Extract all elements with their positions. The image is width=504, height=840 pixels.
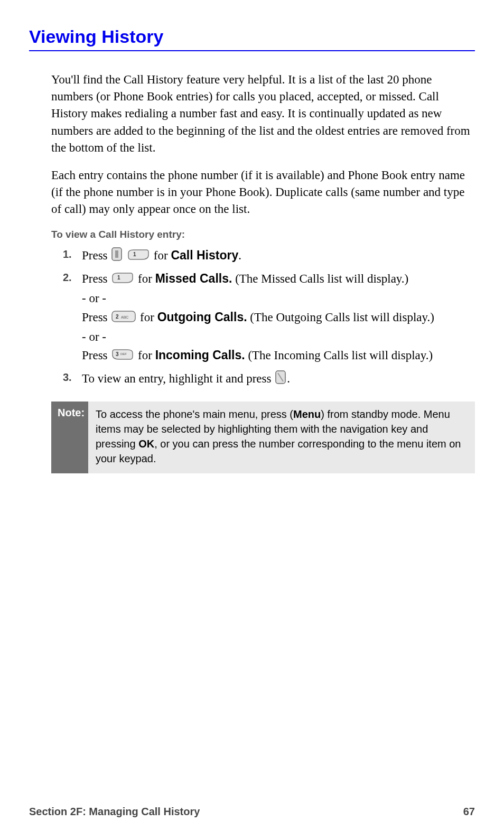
page-heading: Viewing History [29,26,475,51]
footer-section: Section 2F: Managing Call History [29,806,200,818]
step-3: 3. To view an entry, highlight it and pr… [51,370,475,389]
step-text: for [138,272,155,285]
procedure-subheading: To view a Call History entry: [51,229,475,240]
note-body: To access the phone's main menu, press (… [88,402,475,473]
step-target: Call History [171,248,238,262]
page-footer: Section 2F: Managing Call History 67 [29,806,475,818]
menu-key-icon [111,247,122,266]
step-2: 2. Press 1 for Missed Calls. (The Missed… [51,270,475,366]
steps-list: 1. Press 1 for Call History. 2. Press 1 … [51,247,475,389]
step-tail: (The Incoming Calls list will display.) [245,349,433,362]
key-2-icon: 2ABC [111,310,136,327]
note-text: To access the phone's main menu, press ( [96,408,293,420]
content-area: You'll find the Call History feature ver… [29,71,475,473]
key-1-icon: 1 [111,271,134,288]
step-text: for [154,249,171,262]
footer-page-number: 67 [463,806,475,818]
step-target: Outgoing Calls. [157,310,247,324]
or-separator: - or - [82,290,475,307]
note-box: Note: To access the phone's main menu, p… [51,402,475,473]
step-text: Press [82,349,110,362]
intro-paragraph-2: Each entry contains the phone number (if… [51,167,475,218]
or-separator: - or - [82,328,475,346]
svg-text:1: 1 [133,251,136,257]
step-text: for [140,311,157,324]
step-text: Press [82,249,110,262]
step-text: To view an entry, highlight it and press [82,372,274,385]
intro-paragraph-1: You'll find the Call History feature ver… [51,71,475,156]
step-number: 1. [63,247,72,262]
key-3-icon: 3DEF [111,348,134,365]
svg-text:DEF: DEF [120,352,127,356]
note-menu: Menu [293,408,321,420]
ok-key-icon [275,370,286,389]
step-target: Incoming Calls. [155,348,245,362]
svg-text:ABC: ABC [121,315,128,319]
svg-text:2: 2 [116,314,119,320]
step-number: 3. [63,370,72,385]
step-text: for [138,349,155,362]
step-text: Press [82,272,110,285]
step-tail: (The Missed Calls list will display.) [232,272,408,285]
step-1: 1. Press 1 for Call History. [51,247,475,266]
step-end: . [238,249,241,262]
note-label: Note: [51,402,88,473]
step-number: 2. [63,270,72,285]
note-ok: OK [138,438,154,450]
step-tail: (The Outgoing Calls list will display.) [247,311,434,324]
step-text: Press [82,311,110,324]
step-end: . [287,372,290,385]
svg-text:3: 3 [116,351,119,357]
key-1-icon: 1 [127,248,150,265]
svg-text:1: 1 [117,275,120,281]
svg-rect-1 [115,250,118,258]
step-target: Missed Calls. [155,272,232,285]
